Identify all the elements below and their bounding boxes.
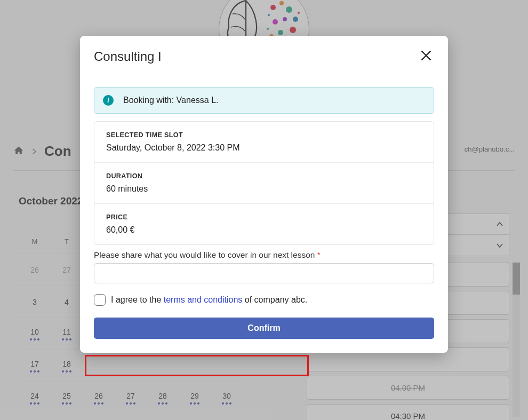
terms-link[interactable]: terms and conditions bbox=[164, 295, 243, 304]
agree-text: I agree to the terms and conditions of c… bbox=[111, 295, 307, 305]
price-value: 60,00 € bbox=[106, 225, 422, 235]
info-banner: i Booking with: Vanessa L. bbox=[94, 87, 434, 114]
modal-body: i Booking with: Vanessa L. SELECTED TIME… bbox=[80, 75, 448, 353]
modal-title: Consulting I bbox=[94, 49, 162, 64]
selected-slot-value: Saturday, October 8, 2022 3:30 PM bbox=[106, 143, 422, 153]
background-page: Con ch@planubo.c... October 2022 M T 26 … bbox=[0, 0, 528, 420]
close-icon bbox=[420, 50, 432, 61]
agree-checkbox[interactable] bbox=[94, 294, 106, 306]
agree-row: I agree to the terms and conditions of c… bbox=[94, 294, 434, 306]
info-icon: i bbox=[103, 95, 114, 106]
confirm-button[interactable]: Confirm bbox=[94, 318, 434, 339]
duration-section: DURATION 60 minutes bbox=[94, 162, 434, 203]
selected-slot-section: SELECTED TIME SLOT Saturday, October 8, … bbox=[94, 122, 434, 162]
question-label: Please share what you would like to cove… bbox=[94, 250, 434, 260]
booking-modal: Consulting I i Booking with: Vanessa L. … bbox=[80, 36, 448, 353]
selected-slot-label: SELECTED TIME SLOT bbox=[106, 131, 422, 139]
duration-value: 60 minutes bbox=[106, 184, 422, 194]
close-button[interactable] bbox=[418, 47, 434, 65]
info-banner-text: Booking with: Vanessa L. bbox=[123, 96, 218, 105]
question-input[interactable] bbox=[94, 263, 434, 283]
price-label: PRICE bbox=[106, 213, 422, 221]
modal-header: Consulting I bbox=[80, 36, 448, 75]
price-section: PRICE 60,00 € bbox=[94, 203, 434, 244]
booking-details-card: SELECTED TIME SLOT Saturday, October 8, … bbox=[94, 121, 434, 245]
duration-label: DURATION bbox=[106, 172, 422, 180]
required-mark: * bbox=[317, 250, 321, 259]
